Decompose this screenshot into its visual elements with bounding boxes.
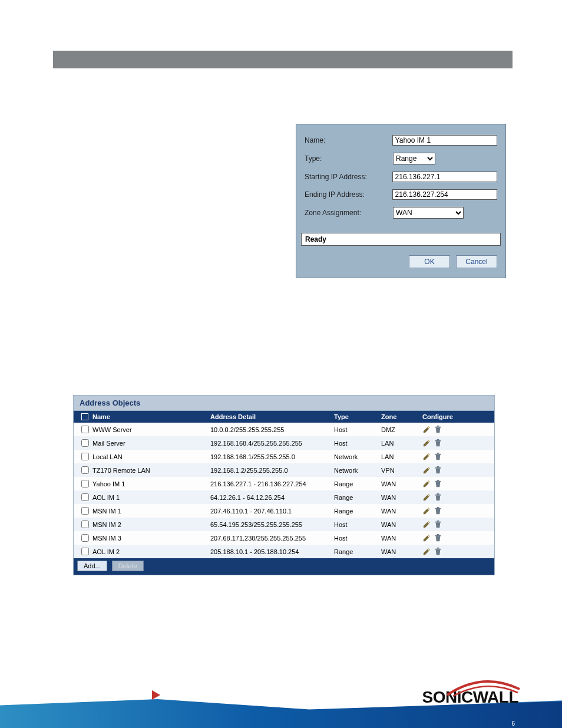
row-type: Host	[334, 535, 381, 542]
trash-icon[interactable]	[434, 547, 442, 556]
page-number: 6	[511, 720, 515, 727]
table-row: Local LAN192.168.168.1/255.255.255.0Netw…	[74, 450, 494, 463]
name-label: Name:	[305, 136, 392, 144]
table-row: TZ170 Remote LAN192.168.1.2/255.255.255.…	[74, 463, 494, 477]
header-gray-bar	[53, 51, 513, 68]
row-detail: 64.12.26.1 - 64.12.26.254	[210, 494, 334, 501]
type-select[interactable]: Range	[393, 153, 435, 164]
row-zone: DMZ	[381, 426, 422, 433]
row-name: Local LAN	[92, 453, 123, 460]
row-detail: 207.68.171.238/255.255.255.255	[210, 535, 334, 542]
row-checkbox[interactable]	[81, 453, 89, 460]
play-icon	[152, 690, 160, 700]
edit-icon[interactable]	[422, 452, 431, 461]
row-checkbox[interactable]	[81, 534, 89, 542]
trash-icon[interactable]	[434, 466, 442, 475]
row-checkbox[interactable]	[81, 426, 89, 433]
table-row: AOL IM 164.12.26.1 - 64.12.26.254RangeWA…	[74, 490, 494, 504]
row-name: MSN IM 2	[92, 521, 121, 528]
table-row: MSN IM 265.54.195.253/255.255.255.255Hos…	[74, 518, 494, 531]
col-zone: Zone	[381, 413, 422, 420]
row-type: Range	[334, 548, 381, 555]
row-detail: 205.188.10.1 - 205.188.10.254	[210, 548, 334, 555]
trash-icon[interactable]	[434, 506, 442, 515]
row-checkbox[interactable]	[81, 548, 89, 555]
ending-ip-input[interactable]	[392, 189, 497, 200]
row-detail: 192.168.1.2/255.255.255.0	[210, 467, 334, 474]
ok-button[interactable]: OK	[409, 255, 450, 268]
row-zone: LAN	[381, 453, 422, 460]
status-bar: Ready	[301, 233, 501, 246]
logo-swoosh-icon	[444, 677, 521, 699]
row-zone: LAN	[381, 440, 422, 447]
add-address-object-dialog: Name: Type: Range Starting IP Address: E…	[296, 124, 506, 278]
row-detail: 192.168.168.1/255.255.255.0	[210, 453, 334, 460]
row-type: Range	[334, 480, 381, 487]
row-zone: WAN	[381, 535, 422, 542]
ending-ip-label: Ending IP Address:	[305, 190, 392, 199]
row-zone: WAN	[381, 494, 422, 501]
row-detail: 216.136.227.1 - 216.136.227.254	[210, 480, 334, 487]
zone-select[interactable]: WAN	[393, 207, 464, 219]
edit-icon[interactable]	[422, 520, 431, 529]
row-checkbox[interactable]	[81, 493, 89, 501]
row-checkbox[interactable]	[81, 466, 89, 474]
row-zone: WAN	[381, 548, 422, 555]
cancel-button[interactable]: Cancel	[456, 255, 497, 268]
select-all-checkbox[interactable]	[81, 413, 88, 420]
edit-icon[interactable]	[422, 425, 431, 434]
row-name: TZ170 Remote LAN	[92, 467, 150, 474]
row-zone: WAN	[381, 521, 422, 528]
delete-button[interactable]: Delete	[112, 561, 144, 571]
table-row: AOL IM 2205.188.10.1 - 205.188.10.254Ran…	[74, 545, 494, 558]
panel-title: Address Objects	[74, 396, 494, 411]
row-detail: 207.46.110.1 - 207.46.110.1	[210, 508, 334, 515]
row-detail: 10.0.0.2/255.255.255.255	[210, 426, 334, 433]
trash-icon[interactable]	[434, 520, 442, 529]
add-button[interactable]: Add...	[77, 561, 107, 571]
col-name: Name	[90, 413, 210, 420]
edit-icon[interactable]	[422, 533, 431, 542]
starting-ip-label: Starting IP Address:	[305, 173, 392, 181]
col-configure: Configure	[422, 413, 488, 420]
table-header: Name Address Detail Type Zone Configure	[74, 411, 494, 423]
edit-icon[interactable]	[422, 493, 431, 502]
row-name: WWW Server	[92, 426, 132, 433]
row-name: MSN IM 1	[92, 508, 121, 515]
row-name: MSN IM 3	[92, 535, 121, 542]
trash-icon[interactable]	[434, 439, 442, 447]
trash-icon[interactable]	[434, 425, 442, 434]
row-checkbox[interactable]	[81, 507, 89, 515]
trash-icon[interactable]	[434, 452, 442, 461]
zone-label: Zone Assignment:	[305, 209, 393, 217]
row-zone: WAN	[381, 508, 422, 515]
table-row: MSN IM 1207.46.110.1 - 207.46.110.1Range…	[74, 504, 494, 518]
row-type: Host	[334, 426, 381, 433]
row-checkbox[interactable]	[81, 521, 89, 528]
sonicwall-logo: SONICWALL	[422, 688, 519, 707]
row-type: Range	[334, 508, 381, 515]
trash-icon[interactable]	[434, 479, 442, 488]
edit-icon[interactable]	[422, 506, 431, 515]
row-type: Host	[334, 521, 381, 528]
row-detail: 192.168.168.4/255.255.255.255	[210, 440, 334, 447]
starting-ip-input[interactable]	[392, 172, 497, 182]
name-input[interactable]	[392, 135, 497, 146]
table-row: MSN IM 3207.68.171.238/255.255.255.255Ho…	[74, 531, 494, 545]
row-name: AOL IM 1	[92, 494, 120, 501]
edit-icon[interactable]	[422, 439, 431, 447]
row-checkbox[interactable]	[81, 480, 89, 487]
table-footer: Add... Delete	[74, 558, 494, 575]
edit-icon[interactable]	[422, 466, 431, 475]
row-name: Yahoo IM 1	[92, 480, 125, 487]
row-type: Host	[334, 440, 381, 447]
trash-icon[interactable]	[434, 533, 442, 542]
row-checkbox[interactable]	[81, 439, 89, 447]
edit-icon[interactable]	[422, 479, 431, 488]
address-objects-panel: Address Objects Name Address Detail Type…	[73, 395, 495, 575]
row-type: Network	[334, 453, 381, 460]
col-detail: Address Detail	[210, 413, 334, 420]
table-row: Mail Server192.168.168.4/255.255.255.255…	[74, 436, 494, 450]
trash-icon[interactable]	[434, 493, 442, 502]
edit-icon[interactable]	[422, 547, 431, 556]
